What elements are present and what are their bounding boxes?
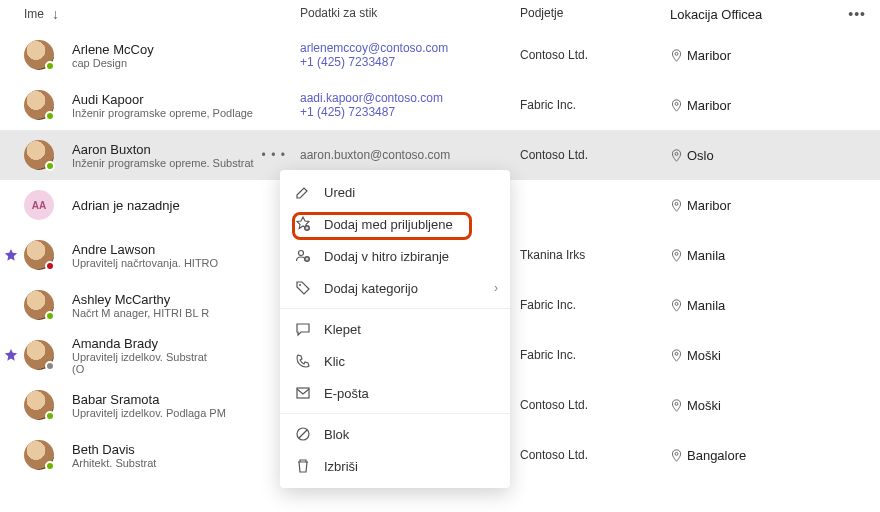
svg-point-8	[675, 452, 678, 455]
contact-location: Manila	[687, 248, 725, 263]
avatar[interactable]	[24, 90, 54, 120]
contact-company: Contoso Ltd.	[520, 48, 670, 62]
table-header: Ime ↓ Podatki za stik Podjetje Lokacija …	[0, 0, 880, 30]
contact-location: Maribor	[687, 48, 731, 63]
contact-location: Manila	[687, 298, 725, 313]
table-more-button[interactable]: •••	[848, 6, 866, 22]
svg-point-10	[299, 251, 304, 256]
contact-name: Audi Kapoor	[72, 92, 253, 107]
avatar[interactable]	[24, 140, 54, 170]
contact-name: Aaron Buxton	[72, 142, 254, 157]
contact-company: Fabric Inc.	[520, 348, 670, 362]
contact-title: Upravitelj izdelkov. Podlaga PM	[72, 407, 226, 419]
avatar[interactable]	[24, 40, 54, 70]
svg-point-7	[675, 402, 678, 405]
column-label: Ime	[24, 7, 44, 21]
location-pin-icon	[670, 99, 683, 112]
location-pin-icon	[670, 399, 683, 412]
svg-point-1	[675, 102, 678, 105]
contact-company: Tkanina Irks	[520, 248, 670, 262]
location-pin-icon	[670, 299, 683, 312]
ctx-delete[interactable]: Izbriši	[280, 450, 510, 482]
contact-company: Contoso Ltd.	[520, 398, 670, 412]
avatar[interactable]	[24, 390, 54, 420]
location-pin-icon	[670, 449, 683, 462]
table-row[interactable]: Audi KapoorInženir programske opreme, Po…	[0, 80, 880, 130]
column-header-contact[interactable]: Podatki za stik	[300, 6, 520, 22]
contact-company: Contoso Ltd.	[520, 148, 670, 162]
context-menu: Uredi Dodaj med priljubljene Dodaj v hit…	[280, 170, 510, 488]
pencil-icon	[294, 183, 312, 201]
contact-title: Načrt M anager, HITRI BL R	[72, 307, 209, 319]
contact-name: Arlene McCoy	[72, 42, 154, 57]
svg-point-6	[675, 352, 678, 355]
svg-point-12	[299, 284, 301, 286]
contact-email[interactable]: aadi.kapoor@contoso.com	[300, 91, 520, 105]
phone-icon	[294, 352, 312, 370]
location-pin-icon	[670, 349, 683, 362]
ctx-call[interactable]: Klic	[280, 345, 510, 377]
ctx-favorite[interactable]: Dodaj med priljubljene	[280, 208, 510, 240]
svg-point-2	[675, 152, 678, 155]
contact-location: Moški	[687, 348, 721, 363]
separator	[280, 413, 510, 414]
contact-phone[interactable]: +1 (425) 7233487	[300, 105, 520, 119]
ctx-block[interactable]: Blok	[280, 418, 510, 450]
avatar[interactable]: AA	[24, 190, 54, 220]
presence-indicator	[45, 261, 55, 271]
ctx-speed-dial[interactable]: Dodaj v hitro izbiranje	[280, 240, 510, 272]
contact-title: Arhitekt. Substrat	[72, 457, 156, 469]
location-pin-icon	[670, 49, 683, 62]
presence-label: (O	[72, 363, 207, 375]
row-more-button[interactable]: • • •	[262, 148, 286, 162]
contact-phone[interactable]: +1 (425) 7233487	[300, 55, 520, 69]
svg-point-5	[675, 302, 678, 305]
chevron-right-icon: ›	[494, 281, 498, 295]
contact-name: Ashley McCarthy	[72, 292, 209, 307]
contact-title: Inženir programske opreme. Substrat	[72, 157, 254, 169]
contact-location: Oslo	[687, 148, 714, 163]
presence-indicator	[45, 461, 55, 471]
contact-company: Fabric Inc.	[520, 98, 670, 112]
sort-descending-icon[interactable]: ↓	[52, 6, 59, 22]
column-header-company[interactable]: Podjetje	[520, 6, 670, 22]
block-icon	[294, 425, 312, 443]
contact-company: Contoso Ltd.	[520, 448, 670, 462]
column-header-name[interactable]: Ime ↓	[0, 6, 300, 22]
contact-name: Amanda Brady	[72, 336, 207, 351]
svg-point-3	[675, 202, 678, 205]
avatar[interactable]	[24, 240, 54, 270]
contact-location: Bangalore	[687, 448, 746, 463]
tag-icon	[294, 279, 312, 297]
chat-icon	[294, 320, 312, 338]
trash-icon	[294, 457, 312, 475]
contact-company: Fabric Inc.	[520, 298, 670, 312]
presence-indicator	[45, 111, 55, 121]
svg-point-4	[675, 252, 678, 255]
ctx-email[interactable]: E-pošta	[280, 377, 510, 409]
mail-icon	[294, 384, 312, 402]
star-add-icon	[294, 215, 312, 233]
favorite-star-icon[interactable]	[4, 348, 18, 362]
ctx-category[interactable]: Dodaj kategorijo ›	[280, 272, 510, 304]
presence-indicator	[45, 161, 55, 171]
contact-location: Maribor	[687, 98, 731, 113]
presence-indicator	[45, 361, 55, 371]
favorite-star-icon[interactable]	[4, 248, 18, 262]
avatar[interactable]	[24, 440, 54, 470]
location-pin-icon	[670, 199, 683, 212]
location-pin-icon	[670, 149, 683, 162]
contact-name: Andre Lawson	[72, 242, 218, 257]
contact-title: Inženir programske opreme, Podlage	[72, 107, 253, 119]
avatar[interactable]	[24, 340, 54, 370]
presence-indicator	[45, 61, 55, 71]
ctx-chat[interactable]: Klepet	[280, 313, 510, 345]
contact-email[interactable]: aaron.buxton@contoso.com	[300, 148, 520, 162]
separator	[280, 308, 510, 309]
contact-name: Beth Davis	[72, 442, 156, 457]
table-row[interactable]: Arlene McCoycap Designarlenemccoy@contos…	[0, 30, 880, 80]
avatar[interactable]	[24, 290, 54, 320]
contact-email[interactable]: arlenemccoy@contoso.com	[300, 41, 520, 55]
contact-location: Moški	[687, 398, 721, 413]
ctx-edit[interactable]: Uredi	[280, 176, 510, 208]
